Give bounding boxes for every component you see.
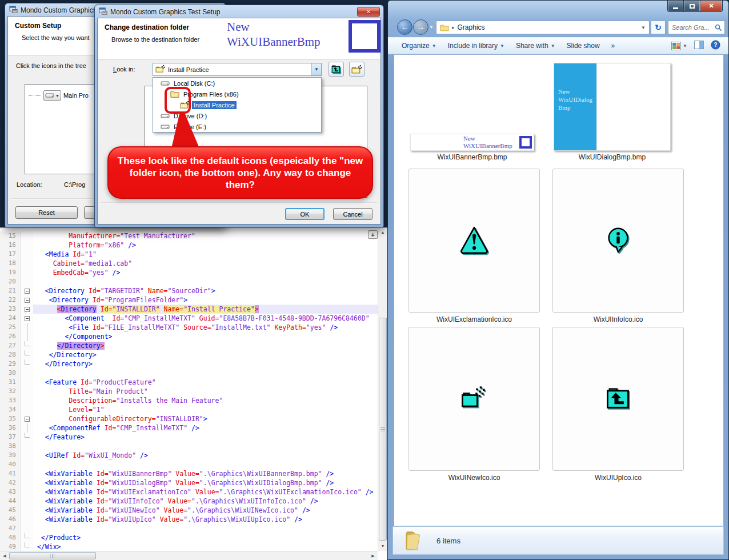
line-number: 32 (0, 387, 21, 396)
forward-button[interactable]: → (413, 19, 428, 35)
look-in-combobox[interactable]: Install Practice ▼ (153, 63, 322, 76)
line-number: 27 (0, 341, 21, 350)
maximize-button[interactable] (684, 1, 700, 12)
code-line: 28 </Directory> (0, 350, 378, 359)
combobox-dropdown-button[interactable]: ▼ (311, 63, 321, 75)
code-text (33, 277, 378, 286)
organize-menu[interactable]: Organize▼ (396, 39, 442, 52)
slide-show-button[interactable]: Slide show (561, 39, 606, 52)
banner-image-square (349, 20, 380, 53)
line-number: 46 (0, 515, 21, 524)
feature-state-button[interactable]: ▼ (43, 90, 61, 101)
feature-tree-item[interactable]: ▼ Main Pro (29, 90, 103, 101)
file-wixuibannerbmp[interactable]: New WiXUIBannerBmp (410, 134, 534, 151)
code-text: ConfigurableDirectory="INSTALLDIR"> (33, 414, 378, 423)
preview-pane-button[interactable] (694, 41, 704, 51)
file-name[interactable]: WixUIBannerBmp.bmp (410, 153, 534, 161)
vertical-scroll-thumb[interactable] (379, 318, 387, 541)
code-line: 25 <File Id="FILE_InstallMeTXT" Source="… (0, 323, 378, 332)
close-button[interactable]: ✕ (357, 7, 380, 17)
line-number: 23 (0, 305, 21, 314)
code-line: 21 <Directory Id="TARGETDIR" Name="Sourc… (0, 286, 378, 295)
cancel-button[interactable]: Cancel (333, 208, 372, 220)
minimize-button[interactable] (667, 1, 684, 12)
include-in-library-menu[interactable]: Include in library▼ (442, 39, 510, 52)
fold-collapse-icon[interactable] (25, 298, 30, 303)
line-number: 24 (0, 314, 21, 323)
fold-margin (21, 487, 33, 497)
file-name[interactable]: WixUIDialogBmp.bmp (554, 153, 671, 161)
minimize-icon (673, 7, 678, 9)
code-text (33, 442, 378, 451)
breadcrumb-bar[interactable]: ▸ Graphics ▼ (436, 21, 650, 34)
file-name[interactable]: WixUIInfoIco.ico (552, 315, 684, 323)
refresh-button[interactable]: ↻ (651, 21, 666, 34)
banner-image-text: New WiXUIBannerBmp (227, 19, 321, 49)
breadcrumb-folder[interactable]: Graphics (458, 23, 485, 31)
tree-connector (29, 95, 41, 96)
search-box[interactable] (668, 21, 725, 34)
code-text: </Directory> (33, 350, 378, 359)
code-line: 33 Description="Installs the Main Featur… (0, 396, 378, 405)
file-name[interactable]: WixUINewIco.ico (408, 474, 540, 482)
search-input[interactable] (671, 23, 715, 31)
back-dialog-titlebar[interactable]: Mondo Custom Graphics (9, 6, 97, 15)
fold-collapse-icon[interactable] (25, 316, 30, 321)
fold-collapse-icon[interactable] (25, 307, 30, 312)
code-text: <WixVariable Id="WixUIInfoIco" Value=".\… (33, 497, 378, 506)
code-text: <UIRef Id="WixUI_Mondo" /> (33, 451, 378, 460)
back-button[interactable]: ← (397, 19, 412, 35)
scroll-right-arrow[interactable]: ▶ (368, 551, 378, 560)
code-line: 47 (0, 524, 378, 533)
front-dialog-titlebar[interactable]: Mondo Custom Graphics Test Setup (99, 7, 221, 17)
up-one-level-button[interactable] (329, 62, 344, 77)
change-view-button[interactable]: ▼ (671, 42, 687, 50)
horizontal-scroll-thumb[interactable] (9, 552, 96, 559)
file-name[interactable]: WixUIExclamationIco.ico (408, 315, 540, 323)
fold-expand-all-button[interactable]: + (368, 230, 378, 239)
help-button[interactable]: ? (711, 40, 720, 51)
scroll-up-arrow[interactable]: ▲ (378, 228, 387, 237)
reset-button[interactable]: Reset (15, 206, 78, 219)
horizontal-scrollbar[interactable]: ◀ ▶ (0, 551, 378, 560)
code-text: <ComponentRef Id="CMP_InstallMeTXT" /> (33, 423, 378, 433)
banner-thumb-square (519, 136, 532, 149)
scroll-down-arrow[interactable]: ▼ (378, 542, 387, 551)
address-dropdown-icon[interactable]: ▼ (641, 25, 646, 30)
recent-pages-dropdown[interactable]: ▼ (429, 25, 434, 30)
close-icon: ✕ (708, 2, 714, 10)
front-dialog-header: Change destination folder Browse to the … (98, 18, 380, 59)
dialog-thumb-panel: New WixUIDialog Bmp (554, 63, 596, 150)
scroll-left-arrow[interactable]: ◀ (0, 551, 9, 560)
command-toolbar: Organize▼ Include in library▼ Share with… (388, 37, 728, 54)
share-with-menu[interactable]: Share with▼ (510, 39, 561, 52)
file-wixuidialogbmp[interactable]: New WixUIDialog Bmp (554, 63, 671, 151)
line-number: 37 (0, 433, 21, 442)
line-number: 36 (0, 423, 21, 433)
file-wixuinewico[interactable] (408, 327, 540, 471)
code-text (33, 460, 378, 469)
front-dialog-title: Mondo Custom Graphics Test Setup (110, 8, 221, 16)
fold-collapse-icon[interactable] (25, 289, 30, 294)
toolbar-overflow-button[interactable]: » (606, 39, 621, 52)
window-close-button[interactable]: ✕ (700, 1, 723, 12)
code-editor-window: 15 Manufacturer="Test Manufacturer"16 Pl… (0, 227, 387, 560)
file-wixuiexclamationico[interactable] (408, 169, 540, 313)
explorer-window: ✕ ← → ▼ ▸ Graphics ▼ ↻ Organize▼ Include… (387, 0, 729, 560)
fold-end-tick (25, 533, 30, 538)
front-dialog-subheading: Browse to the destination folder (111, 36, 199, 43)
fold-collapse-icon[interactable] (25, 417, 30, 422)
installer-icon (9, 5, 18, 15)
new-folder-button[interactable] (349, 62, 364, 77)
line-number: 40 (0, 460, 21, 469)
file-wixuiinfoico[interactable] (552, 169, 684, 313)
ok-button[interactable]: OK (285, 208, 325, 220)
line-number: 16 (0, 241, 21, 250)
vertical-scrollbar[interactable]: ▲ ▼ (378, 228, 387, 551)
code-text: Title="Main Product" (33, 387, 378, 396)
file-wixuiupico[interactable] (552, 327, 684, 471)
change-destination-folder-dialog: Mondo Custom Graphics Test Setup ✕ Chang… (94, 5, 384, 227)
feature-tree[interactable]: ▼ Main Pro (25, 84, 104, 174)
file-name[interactable]: WixUIUpIco.ico (552, 474, 684, 482)
fold-margin (21, 506, 33, 515)
